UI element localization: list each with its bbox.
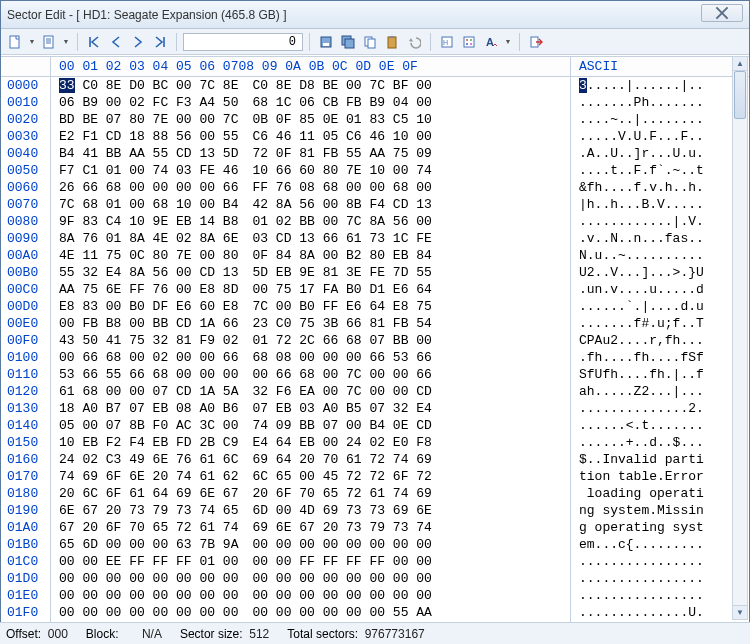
paste-icon[interactable] — [382, 32, 402, 52]
dropdown-icon[interactable]: ▼ — [503, 38, 513, 45]
dropdown-icon[interactable]: ▼ — [61, 38, 71, 45]
ascii-row: ....~..|........ — [571, 111, 749, 128]
ascii-row: em...c{......... — [571, 536, 749, 553]
ascii-row: CPAu2....r,fh... — [571, 332, 749, 349]
hex-row[interactable]: 00 00 00 00 00 00 00 0000 00 00 00 00 00… — [51, 604, 570, 621]
hex-row[interactable]: 61 68 00 00 07 CD 1A 5A32 F6 EA 00 7C 00… — [51, 383, 570, 400]
fill-icon[interactable] — [459, 32, 479, 52]
font-icon[interactable]: A — [481, 32, 501, 52]
dropdown-icon[interactable]: ▼ — [27, 38, 37, 45]
hex-row[interactable]: 74 69 6F 6E 20 74 61 626C 65 00 45 72 72… — [51, 468, 570, 485]
ascii-row: ......<.t....... — [571, 417, 749, 434]
exit-icon[interactable] — [526, 32, 546, 52]
nav-first-icon[interactable] — [84, 32, 104, 52]
hex-row[interactable]: 05 00 07 8B F0 AC 3C 0074 09 BB 07 00 B4… — [51, 417, 570, 434]
offset-cell: 0190 — [1, 502, 50, 519]
hex-row[interactable]: 55 32 E4 8A 56 00 CD 135D EB 9E 81 3E FE… — [51, 264, 570, 281]
nav-last-icon[interactable] — [150, 32, 170, 52]
offset-cell: 01E0 — [1, 587, 50, 604]
nav-prev-icon[interactable] — [106, 32, 126, 52]
hex-row[interactable]: 7C 68 01 00 68 10 00 B442 8A 56 00 8B F4… — [51, 196, 570, 213]
sector-number-input[interactable]: 0 — [183, 33, 303, 51]
ascii-row: .fh....fh....fSf — [571, 349, 749, 366]
status-bar: Offset: 000 Block: N/A Sector size: 512 … — [0, 622, 750, 644]
offset-cell: 01B0 — [1, 536, 50, 553]
hex-row[interactable]: 67 20 6F 70 65 72 61 7469 6E 67 20 73 79… — [51, 519, 570, 536]
save-all-icon[interactable] — [338, 32, 358, 52]
undo-icon[interactable] — [404, 32, 424, 52]
scroll-up-icon[interactable]: ▲ — [733, 57, 747, 71]
hex-row[interactable]: 4E 11 75 0C 80 7E 00 800F 84 8A 00 B2 80… — [51, 247, 570, 264]
hex-row[interactable]: 00 66 68 00 02 00 00 6668 08 00 00 00 66… — [51, 349, 570, 366]
hex-row[interactable]: 26 66 68 00 00 00 00 66FF 76 08 68 00 00… — [51, 179, 570, 196]
hex-row[interactable]: 00 00 00 00 00 00 00 0000 00 00 00 00 00… — [51, 587, 570, 604]
hex-row[interactable]: 9F 83 C4 10 9E EB 14 B801 02 BB 00 7C 8A… — [51, 213, 570, 230]
toolbar: ▼ ▼ 0 H A ▼ — [1, 29, 749, 55]
svg-point-17 — [470, 39, 472, 41]
offset-column: 0000001000200030004000500060007000800090… — [1, 57, 51, 622]
scroll-thumb[interactable] — [734, 71, 746, 119]
offset-cell: 0150 — [1, 434, 50, 451]
ascii-row: ................ — [571, 553, 749, 570]
hex-icon[interactable]: H — [437, 32, 457, 52]
ascii-row: U2..V...]...>.}U — [571, 264, 749, 281]
svg-rect-6 — [323, 43, 329, 46]
offset-cell: 0050 — [1, 162, 50, 179]
offset-cell: 0110 — [1, 366, 50, 383]
nav-next-icon[interactable] — [128, 32, 148, 52]
svg-rect-15 — [464, 37, 474, 47]
hex-row[interactable]: 6E 67 20 73 79 73 74 656D 00 4D 69 73 73… — [51, 502, 570, 519]
new-doc-icon[interactable] — [5, 32, 25, 52]
offset-cell: 0160 — [1, 451, 50, 468]
hex-row[interactable]: 06 B9 00 02 FC F3 A4 5068 1C 06 CB FB B9… — [51, 94, 570, 111]
hex-row[interactable]: BD BE 07 80 7E 00 00 7C0B 0F 85 0E 01 83… — [51, 111, 570, 128]
hex-row[interactable]: 00 00 00 00 00 00 00 0000 00 00 00 00 00… — [51, 570, 570, 587]
ascii-row: ......+..d..$... — [571, 434, 749, 451]
copy-icon[interactable] — [360, 32, 380, 52]
ascii-row: .A..U..]r...U.u. — [571, 145, 749, 162]
hex-row[interactable]: 10 EB F2 F4 EB FD 2B C9E4 64 EB 00 24 02… — [51, 434, 570, 451]
hex-row[interactable]: B4 41 BB AA 55 CD 13 5D72 0F 81 FB 55 AA… — [51, 145, 570, 162]
close-button[interactable] — [701, 4, 743, 22]
hex-row[interactable]: E2 F1 CD 18 88 56 00 55C6 46 11 05 C6 46… — [51, 128, 570, 145]
hex-row[interactable]: 43 50 41 75 32 81 F9 0201 72 2C 66 68 07… — [51, 332, 570, 349]
offset-cell: 01D0 — [1, 570, 50, 587]
hex-row[interactable]: 00 FB B8 00 BB CD 1A 6623 C0 75 3B 66 81… — [51, 315, 570, 332]
hex-bytes-column[interactable]: 00 01 02 03 04 05 06 0708 09 0A 0B 0C 0D… — [51, 57, 571, 622]
hex-row[interactable]: F7 C1 01 00 74 03 FE 4610 66 60 80 7E 10… — [51, 162, 570, 179]
hex-row[interactable]: 8A 76 01 8A 4E 02 8A 6E03 CD 13 66 61 73… — [51, 230, 570, 247]
svg-rect-10 — [368, 39, 375, 48]
vertical-scrollbar[interactable]: ▲ ▼ — [732, 56, 748, 620]
window-titlebar: Sector Edit - [ HD1: Seagate Expansion (… — [1, 1, 749, 29]
ascii-row: ..............U. — [571, 604, 749, 621]
hex-row[interactable]: 33 C0 8E D0 BC 00 7C 8EC0 8E D8 BE 00 7C… — [51, 77, 570, 94]
offset-cell: 00E0 — [1, 315, 50, 332]
close-icon — [715, 6, 729, 20]
hex-row[interactable]: 18 A0 B7 07 EB 08 A0 B607 EB 03 A0 B5 07… — [51, 400, 570, 417]
hex-row[interactable]: 00 00 EE FF FF FF 01 0000 00 FF FF FF FF… — [51, 553, 570, 570]
ascii-row: ....t..F.f`.~..t — [571, 162, 749, 179]
ascii-row: SfUfh....fh.|..f — [571, 366, 749, 383]
offset-cell: 0170 — [1, 468, 50, 485]
svg-point-16 — [466, 39, 468, 41]
hex-row[interactable]: 20 6C 6F 61 64 69 6E 6720 6F 70 65 72 61… — [51, 485, 570, 502]
hex-row[interactable]: E8 83 00 B0 DF E6 60 E87C 00 B0 FF E6 64… — [51, 298, 570, 315]
ascii-row: loading operati — [571, 485, 749, 502]
ascii-row: 3.....|......|.. — [571, 77, 749, 94]
hex-row[interactable]: 65 6D 00 00 00 63 7B 9A00 00 00 00 00 00… — [51, 536, 570, 553]
ascii-row: ................ — [571, 570, 749, 587]
hex-row[interactable]: 24 02 C3 49 6E 76 61 6C69 64 20 70 61 72… — [51, 451, 570, 468]
page-icon[interactable] — [39, 32, 59, 52]
svg-rect-11 — [388, 37, 396, 48]
save-icon[interactable] — [316, 32, 336, 52]
offset-cell: 0180 — [1, 485, 50, 502]
hex-row[interactable]: AA 75 6E FF 76 00 E8 8D00 75 17 FA B0 D1… — [51, 281, 570, 298]
offset-cell: 0020 — [1, 111, 50, 128]
hex-row[interactable]: 53 66 55 66 68 00 00 0000 66 68 00 7C 00… — [51, 366, 570, 383]
offset-cell: 00D0 — [1, 298, 50, 315]
svg-rect-12 — [390, 36, 394, 38]
offset-cell: 0100 — [1, 349, 50, 366]
scroll-down-icon[interactable]: ▼ — [733, 605, 747, 619]
ascii-row: g operating syst — [571, 519, 749, 536]
ascii-row: .v..N..n...fas.. — [571, 230, 749, 247]
